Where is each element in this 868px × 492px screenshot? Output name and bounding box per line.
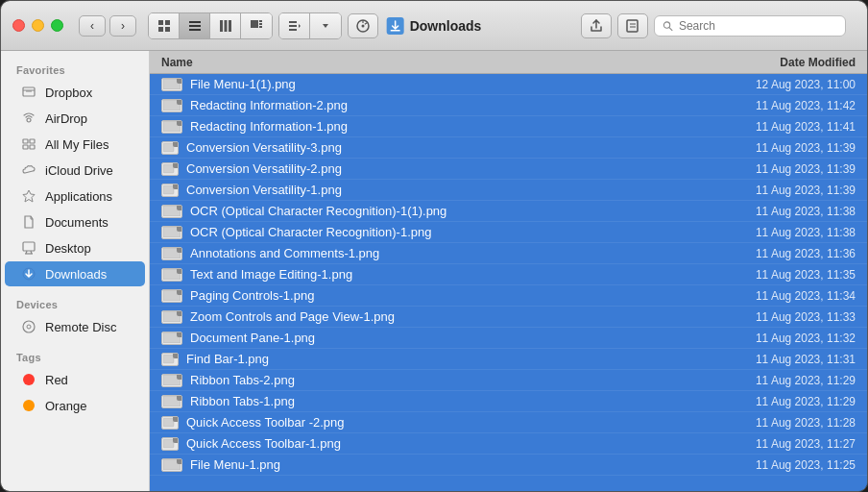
sidebar-item-label: Documents	[45, 215, 108, 230]
col-date-header: Date Modified	[663, 56, 856, 69]
file-date: 11 Aug 2023, 11:27	[663, 437, 856, 451]
file-name: Find Bar-1.png	[186, 352, 663, 366]
sidebar-item-all-my-files[interactable]: All My Files	[5, 132, 145, 157]
table-row[interactable]: Find Bar-1.png11 Aug 2023, 11:31	[150, 349, 867, 370]
file-icon	[161, 395, 182, 408]
sidebar-item-label: Red	[45, 373, 68, 387]
sidebar-item-remote-disc[interactable]: Remote Disc	[5, 314, 145, 339]
svg-rect-53	[163, 290, 181, 301]
sidebar-item-dropbox[interactable]: Dropbox	[5, 80, 145, 105]
view-cover-button[interactable]	[241, 13, 272, 38]
table-row[interactable]: Document Pane-1.png11 Aug 2023, 11:32	[150, 328, 867, 349]
red-tag-icon	[20, 371, 37, 388]
file-name: Quick Access Toolbar -2.png	[186, 415, 663, 430]
search-box[interactable]	[654, 15, 846, 37]
file-date: 11 Aug 2023, 11:28	[663, 416, 856, 430]
table-row[interactable]: Redacting Information-2.png11 Aug 2023, …	[150, 95, 867, 116]
file-icon	[161, 141, 179, 155]
svg-rect-2	[158, 27, 163, 32]
svg-rect-55	[163, 332, 181, 343]
dropbox-icon	[20, 84, 37, 101]
view-columns-button[interactable]	[210, 13, 241, 38]
table-row[interactable]: Ribbon Tabs-1.png11 Aug 2023, 11:29	[150, 391, 867, 412]
sidebar-item-downloads[interactable]: Downloads	[5, 261, 145, 286]
table-row[interactable]: Redacting Information-1.png11 Aug 2023, …	[150, 116, 867, 137]
svg-rect-14	[289, 21, 297, 23]
file-date: 11 Aug 2023, 11:31	[663, 353, 856, 366]
svg-rect-5	[189, 25, 201, 27]
sidebar-item-documents[interactable]: Documents	[5, 209, 145, 234]
group-button-group	[278, 12, 342, 39]
table-row[interactable]: Text and Image Editing-1.png11 Aug 2023,…	[150, 264, 867, 285]
file-date: 11 Aug 2023, 11:39	[663, 162, 856, 176]
table-row[interactable]: OCR (Optical Character Recognition)-1.pn…	[150, 222, 867, 243]
svg-rect-7	[220, 20, 223, 32]
group-button[interactable]	[279, 13, 310, 38]
sidebar-item-applications[interactable]: Applications	[5, 184, 145, 209]
file-icon	[161, 162, 179, 176]
table-row[interactable]: Quick Access Toolbar-1.png11 Aug 2023, 1…	[150, 433, 867, 455]
file-name: Conversion Versatility-3.png	[186, 140, 663, 155]
file-name: File Menu-1(1).png	[190, 77, 663, 91]
svg-rect-16	[289, 29, 297, 31]
table-row[interactable]: Conversion Versatility-3.png11 Aug 2023,…	[150, 137, 867, 159]
sidebar-item-label: Applications	[45, 189, 112, 204]
svg-rect-24	[627, 20, 638, 32]
table-row[interactable]: Conversion Versatility-2.png11 Aug 2023,…	[150, 159, 867, 180]
sidebar-item-label: Desktop	[45, 241, 91, 256]
group-dropdown-button[interactable]	[310, 13, 341, 38]
minimize-button[interactable]	[32, 19, 44, 32]
search-input[interactable]	[679, 19, 837, 33]
sidebar-item-icloud-drive[interactable]: iCloud Drive	[5, 158, 145, 183]
table-row[interactable]: OCR (Optical Character Recognition)-1(1)…	[150, 201, 867, 222]
sidebar-item-red-tag[interactable]: Red	[5, 367, 145, 392]
table-row[interactable]: Ribbon Tabs-2.png11 Aug 2023, 11:29	[150, 370, 867, 391]
svg-point-27	[663, 21, 669, 27]
file-name: Ribbon Tabs-2.png	[190, 373, 663, 387]
svg-point-41	[23, 321, 35, 332]
file-icon	[161, 120, 182, 134]
share-button[interactable]	[581, 13, 612, 38]
file-name: Redacting Information-1.png	[190, 119, 663, 134]
back-button[interactable]: ‹	[79, 15, 106, 37]
orange-tag-icon	[20, 397, 37, 414]
file-icon	[161, 374, 182, 387]
sidebar-item-label: AirDrop	[45, 111, 87, 126]
sidebar-item-orange-tag[interactable]: Orange	[5, 393, 145, 418]
file-icon	[161, 226, 182, 239]
svg-rect-35	[30, 145, 35, 149]
file-icon	[161, 310, 182, 324]
svg-marker-18	[323, 24, 328, 28]
svg-rect-44	[163, 100, 181, 111]
icloud-icon	[20, 161, 37, 179]
action-button[interactable]	[348, 13, 378, 38]
svg-rect-58	[163, 396, 181, 406]
tag-button[interactable]	[617, 13, 648, 38]
svg-rect-48	[163, 185, 174, 194]
table-row[interactable]: Paging Controls-1.png11 Aug 2023, 11:34	[150, 285, 867, 307]
close-button[interactable]	[12, 19, 25, 32]
sidebar-item-airdrop[interactable]: AirDrop	[5, 106, 145, 131]
table-row[interactable]: File Menu-1(1).png12 Aug 2023, 11:00	[150, 74, 867, 95]
search-icon	[663, 20, 673, 32]
file-name: OCR (Optical Character Recognition)-1.pn…	[190, 225, 663, 239]
view-list-button[interactable]	[180, 13, 210, 38]
table-row[interactable]: File Menu-1.png11 Aug 2023, 11:25	[150, 455, 867, 476]
table-row[interactable]: Conversion Versatility-1.png11 Aug 2023,…	[150, 180, 867, 201]
svg-rect-23	[391, 30, 400, 32]
table-row[interactable]: Quick Access Toolbar -2.png11 Aug 2023, …	[150, 412, 867, 433]
view-icon-button[interactable]	[149, 13, 180, 38]
file-icon	[161, 353, 179, 366]
file-date: 11 Aug 2023, 11:42	[663, 99, 856, 112]
file-icon	[161, 247, 182, 260]
sidebar-item-desktop[interactable]: Desktop	[5, 235, 145, 260]
table-row[interactable]: Zoom Controls and Page View-1.png11 Aug …	[150, 307, 867, 328]
forward-button[interactable]: ›	[109, 15, 136, 37]
file-name: OCR (Optical Character Recognition)-1(1)…	[190, 204, 663, 218]
table-row[interactable]: Annotations and Comments-1.png11 Aug 202…	[150, 243, 867, 264]
favorites-label: Favorites	[1, 59, 149, 79]
maximize-button[interactable]	[51, 19, 63, 32]
svg-rect-10	[251, 20, 258, 28]
svg-rect-3	[165, 27, 170, 32]
svg-rect-54	[163, 311, 181, 322]
